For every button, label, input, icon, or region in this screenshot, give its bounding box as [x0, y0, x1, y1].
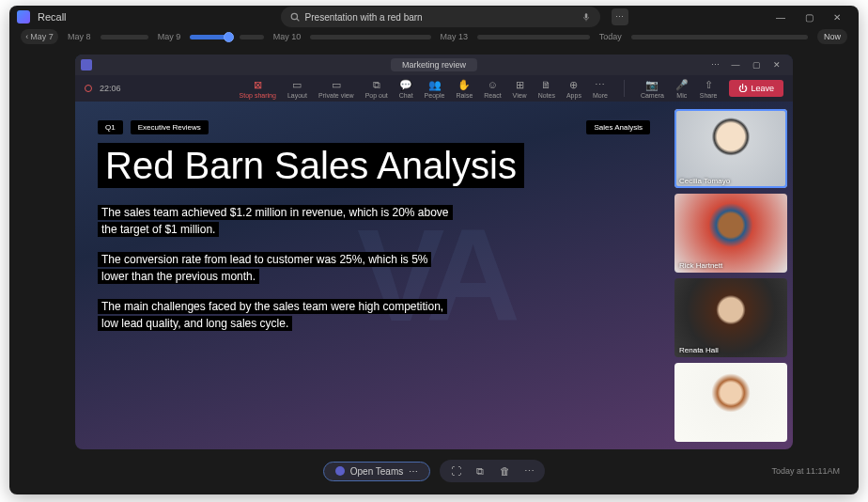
- camera-icon: 📷: [645, 78, 659, 91]
- shared-slide: Q1 Executive Reviews Sales Analysis Red …: [75, 102, 673, 449]
- recording-icon: [85, 85, 92, 92]
- stop-sharing-button[interactable]: ⊠Stop sharing: [235, 76, 281, 101]
- timeline-now-button[interactable]: Now: [817, 29, 847, 44]
- more-icon[interactable]: ⋯: [520, 463, 537, 479]
- camera-button[interactable]: 📷Camera: [636, 76, 669, 101]
- teams-toolbar: 22:06 ⊠Stop sharing▭Layout▭Private view⧉…: [75, 75, 793, 102]
- timeline-label: May 8: [68, 32, 91, 41]
- timeline-segment[interactable]: [631, 35, 808, 39]
- notes-icon: 🗎: [540, 78, 553, 91]
- leave-icon: ⏻: [738, 84, 747, 93]
- svg-line-1: [296, 19, 299, 22]
- raise-button[interactable]: ✋Raise: [451, 76, 477, 101]
- timeline[interactable]: ‹May 7 May 8 May 9 May 10 May 13 Today N…: [9, 28, 859, 45]
- pop-out-button[interactable]: ⧉Pop out: [361, 76, 393, 101]
- slide-tag-section: Executive Reviews: [131, 120, 209, 134]
- share-button[interactable]: ⇧Share: [695, 76, 722, 101]
- timeline-label: Today: [599, 32, 622, 41]
- mic-button[interactable]: 🎤Mic: [671, 76, 693, 101]
- timeline-segment-active[interactable]: [190, 35, 230, 39]
- more-icon: ⋯: [594, 78, 607, 91]
- delete-icon[interactable]: 🗑: [496, 463, 513, 479]
- titlebar: Recall ⋯ — ▢ ✕: [9, 6, 859, 28]
- share-icon: ⇧: [702, 78, 715, 91]
- slide-paragraph: The main challenges faced by the sales t…: [98, 298, 455, 332]
- svg-point-0: [291, 13, 297, 19]
- svg-rect-2: [584, 13, 587, 18]
- timeline-segment[interactable]: [240, 35, 264, 39]
- leave-button[interactable]: ⏻ Leave: [729, 80, 783, 97]
- meeting-body: VA Q1 Executive Reviews Sales Analysis R…: [75, 102, 793, 449]
- pop-out-icon: ⧉: [370, 78, 383, 91]
- timeline-segment[interactable]: [310, 35, 430, 39]
- react-button[interactable]: ☺React: [479, 76, 505, 101]
- slide-tag-quarter: Q1: [98, 120, 123, 134]
- raise-icon: ✋: [457, 78, 471, 91]
- slide-tag-topic: Sales Analysis: [586, 120, 650, 134]
- teams-titlebar: Marketing review ⋯ — ▢ ✕: [75, 55, 793, 75]
- participant-tile[interactable]: Cecilia Tomayo: [674, 109, 787, 188]
- stop-sharing-icon: ⊠: [251, 78, 264, 91]
- view-icon: ⊞: [513, 78, 526, 91]
- participant-tile[interactable]: Renata Hall: [674, 278, 787, 357]
- timeline-label: May 10: [273, 32, 302, 41]
- chat-icon: 💬: [399, 78, 412, 91]
- timeline-handle[interactable]: [224, 32, 234, 42]
- open-app-button[interactable]: Open Teams ⋯: [323, 462, 431, 481]
- snapshot-actions: ⛶ ⧉ 🗑 ⋯: [440, 460, 545, 482]
- timeline-label: May 13: [441, 32, 469, 41]
- dropdown-icon: ⋯: [409, 466, 418, 477]
- meeting-duration: 22:06: [100, 84, 121, 93]
- teams-app-icon: [335, 466, 345, 476]
- mic-icon: 🎤: [675, 78, 689, 91]
- window-controls: — ▢ ✕: [767, 6, 851, 28]
- teams-close-button[interactable]: ✕: [767, 56, 787, 73]
- minimize-button[interactable]: —: [767, 6, 795, 28]
- private-view-icon: ▭: [330, 78, 343, 91]
- view-button[interactable]: ⊞View: [508, 76, 532, 101]
- layout-icon: ▭: [290, 78, 303, 91]
- chat-button[interactable]: 💬Chat: [395, 76, 418, 101]
- layout-button[interactable]: ▭Layout: [283, 76, 312, 101]
- notes-button[interactable]: 🗎Notes: [534, 76, 560, 101]
- participant-tile[interactable]: Rick Hartnett: [674, 194, 787, 273]
- slide-paragraph: The sales team achieved $1.2 million in …: [98, 204, 455, 238]
- people-button[interactable]: 👥People: [420, 76, 450, 101]
- private-view-button[interactable]: ▭Private view: [314, 76, 359, 101]
- recall-window: Recall ⋯ — ▢ ✕ ‹May 7 May 8 May 9 May 10…: [9, 6, 859, 494]
- maximize-button[interactable]: ▢: [795, 6, 823, 28]
- teams-maximize-button[interactable]: ▢: [746, 56, 767, 73]
- apps-icon: ⊕: [567, 78, 581, 91]
- timeline-segment[interactable]: [101, 35, 148, 39]
- teams-snapshot: Marketing review ⋯ — ▢ ✕ 22:06 ⊠Stop sha…: [75, 55, 793, 449]
- search-input[interactable]: [305, 12, 576, 23]
- participant-tile[interactable]: [674, 363, 787, 442]
- teams-logo-icon: [81, 59, 92, 71]
- snapshot-timestamp: Today at 11:11AM: [771, 466, 840, 476]
- timeline-label: May 9: [158, 32, 181, 41]
- participant-strip: Cecilia Tomayo Rick Hartnett Renata Hall: [673, 102, 793, 449]
- close-button[interactable]: ✕: [823, 6, 851, 28]
- more-button[interactable]: ⋯More: [588, 76, 612, 101]
- slide-paragraph: The conversion rate from lead to custome…: [98, 251, 455, 285]
- screenshot-icon[interactable]: ⛶: [447, 463, 464, 479]
- app-title: Recall: [38, 11, 67, 23]
- content-area: Marketing review ⋯ — ▢ ✕ 22:06 ⊠Stop sha…: [9, 45, 859, 494]
- microphone-icon[interactable]: [581, 12, 591, 22]
- react-icon: ☺: [486, 78, 499, 91]
- bottom-toolbar: Open Teams ⋯ ⛶ ⧉ 🗑 ⋯ Today at 11:11AM: [9, 457, 859, 485]
- timeline-prev-button[interactable]: ‹May 7: [21, 29, 58, 44]
- people-icon: 👥: [428, 78, 442, 91]
- teams-minimize-button[interactable]: —: [725, 56, 746, 73]
- search-box[interactable]: [281, 7, 600, 27]
- timeline-segment[interactable]: [477, 35, 590, 39]
- search-more-button[interactable]: ⋯: [612, 8, 628, 25]
- search-icon: [290, 12, 300, 22]
- copy-icon[interactable]: ⧉: [472, 463, 488, 479]
- app-icon: [17, 10, 30, 24]
- teams-more-icon[interactable]: ⋯: [705, 56, 725, 73]
- meeting-title: Marketing review: [391, 58, 477, 71]
- apps-button[interactable]: ⊕Apps: [562, 76, 586, 101]
- slide-title: Red Barn Sales Analysis: [98, 144, 650, 187]
